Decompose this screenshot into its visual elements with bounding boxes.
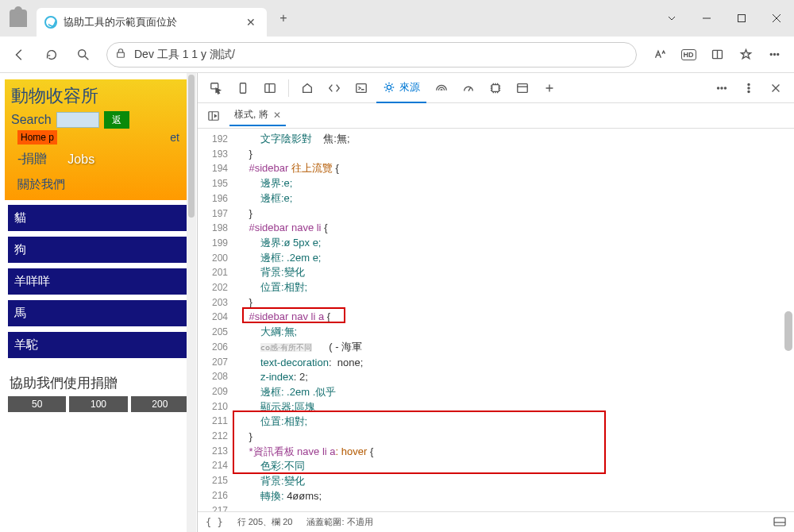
- list-item[interactable]: 馬: [8, 300, 189, 326]
- nav-about[interactable]: 關於我們: [11, 175, 186, 200]
- reader-button[interactable]: [703, 41, 730, 68]
- devtools-close-button[interactable]: [764, 76, 788, 100]
- styles-subtab[interactable]: 樣式, 將 ✕: [229, 105, 286, 126]
- welcome-tab[interactable]: [295, 76, 319, 100]
- favorite-button[interactable]: [732, 41, 759, 68]
- text-size-button[interactable]: [646, 41, 673, 68]
- url-input[interactable]: [134, 48, 628, 61]
- svg-point-17: [748, 83, 750, 85]
- tab-title: 協助工具的示範頁面位於: [64, 15, 237, 29]
- svg-point-6: [777, 53, 778, 55]
- svg-point-4: [770, 53, 772, 55]
- toggle-navigator-button[interactable]: [204, 106, 223, 125]
- memory-tab[interactable]: [484, 76, 507, 100]
- svg-point-15: [721, 87, 723, 88]
- svg-rect-8: [240, 83, 245, 92]
- scroll-thumb[interactable]: [784, 311, 792, 351]
- svg-rect-7: [211, 83, 218, 88]
- page-title: 動物收容所: [11, 84, 186, 108]
- list-item[interactable]: 貓: [8, 205, 189, 231]
- more-button[interactable]: [761, 41, 788, 68]
- svg-point-19: [748, 91, 750, 92]
- svg-rect-0: [738, 15, 746, 22]
- maximize-button[interactable]: [724, 0, 759, 37]
- device-button[interactable]: [231, 76, 255, 100]
- hero: 動物收容所 Search 返 Home p et -捐贈 Jobs 關於我們: [5, 79, 192, 200]
- highlight-box-2: [233, 411, 606, 474]
- animal-list: 貓 狗 羊咩咩 馬 羊駝: [5, 200, 192, 368]
- address-bar: HD: [0, 37, 794, 73]
- sources-tab[interactable]: 來源: [376, 73, 426, 103]
- more-tabs-button[interactable]: [538, 76, 561, 100]
- profile-button[interactable]: [0, 0, 37, 37]
- refresh-button[interactable]: [38, 41, 65, 68]
- tab-close-button[interactable]: ✕: [243, 14, 259, 30]
- inspect-button[interactable]: [204, 76, 228, 100]
- amount-button[interactable]: 200: [131, 396, 189, 412]
- amount-row: 50 100 200: [5, 396, 192, 412]
- coverage-status: 涵蓋範圍: 不適用: [306, 516, 372, 528]
- svg-point-18: [748, 87, 750, 88]
- styles-subtab-label: 樣式, 將: [234, 108, 268, 121]
- devtools-more-button[interactable]: [710, 76, 734, 100]
- content-area: 動物收容所 Search 返 Home p et -捐贈 Jobs 關於我們 貓…: [0, 73, 794, 532]
- devtools-toolbar: 來源: [198, 73, 794, 103]
- svg-rect-9: [265, 83, 275, 92]
- search-input[interactable]: [56, 112, 99, 128]
- svg-point-5: [773, 53, 775, 55]
- line-gutter: 1921931941951961971981992002012022032042…: [198, 129, 233, 511]
- scroll-thumb[interactable]: [188, 75, 195, 218]
- toggle-drawer-icon[interactable]: [773, 517, 786, 528]
- minimize-button[interactable]: [689, 0, 724, 37]
- editor-scrollbar[interactable]: [783, 129, 794, 511]
- svg-point-16: [724, 87, 726, 88]
- devtools-statusbar: { } 行 205、欄 20 涵蓋範圍: 不適用: [198, 511, 794, 532]
- devtools-panel: 來源 樣式, 將 ✕ 19219319419519619719819920020…: [197, 73, 794, 532]
- code-content: 文字陰影對 焦:無; } #sidebar 往上流覽 { 邊界:e; 邊框:e;…: [233, 129, 794, 511]
- format-button[interactable]: { }: [206, 517, 223, 528]
- lock-icon: [115, 48, 126, 62]
- caret-down-icon[interactable]: [654, 0, 689, 37]
- svg-rect-13: [518, 83, 527, 92]
- cursor-position: 行 205、欄 20: [237, 516, 293, 528]
- svg-rect-2: [118, 52, 125, 57]
- code-editor[interactable]: 1921931941951961971981992002012022032042…: [198, 129, 794, 511]
- browser-tab[interactable]: 協助工具的示範頁面位於 ✕: [37, 8, 267, 37]
- back-button[interactable]: [6, 41, 33, 68]
- window-titlebar: 協助工具的示範頁面位於 ✕ +: [0, 0, 794, 37]
- search-go-button[interactable]: 返: [104, 111, 129, 129]
- hd-button[interactable]: HD: [675, 41, 702, 68]
- svg-rect-21: [774, 518, 785, 526]
- devtools-more-vert-button[interactable]: [737, 76, 761, 100]
- close-window-button[interactable]: [759, 0, 794, 37]
- list-item[interactable]: 狗: [8, 237, 189, 263]
- nav-et[interactable]: et: [170, 131, 179, 144]
- console-tab[interactable]: [349, 76, 373, 100]
- list-item[interactable]: 羊咩咩: [8, 268, 189, 295]
- page-scrollbar[interactable]: [187, 73, 196, 532]
- new-tab-button[interactable]: +: [272, 6, 295, 30]
- nav-home[interactable]: Home p: [17, 130, 57, 145]
- elements-tab[interactable]: [322, 76, 346, 100]
- nav-donate[interactable]: -捐贈: [17, 151, 47, 168]
- list-item[interactable]: 羊駝: [8, 332, 189, 358]
- url-input-wrap[interactable]: [106, 42, 637, 67]
- amount-button[interactable]: 100: [69, 396, 127, 412]
- nav-jobs[interactable]: Jobs: [67, 152, 94, 167]
- avatar-icon: [10, 10, 27, 27]
- search-label: Search: [11, 113, 52, 127]
- performance-tab[interactable]: [457, 76, 480, 100]
- svg-rect-12: [492, 84, 499, 91]
- dock-button[interactable]: [258, 76, 282, 100]
- application-tab[interactable]: [511, 76, 534, 100]
- help-text: 協助我們使用捐贈: [5, 368, 192, 396]
- svg-point-11: [387, 85, 391, 89]
- hd-icon: HD: [681, 49, 696, 60]
- network-tab[interactable]: [430, 76, 453, 100]
- search-button[interactable]: [70, 41, 97, 68]
- sources-tab-label: 來源: [399, 80, 420, 94]
- highlight-box-1: [242, 307, 345, 323]
- close-icon[interactable]: ✕: [273, 110, 281, 121]
- amount-button[interactable]: 50: [8, 396, 66, 412]
- page-preview: 動物收容所 Search 返 Home p et -捐贈 Jobs 關於我們 貓…: [0, 73, 197, 532]
